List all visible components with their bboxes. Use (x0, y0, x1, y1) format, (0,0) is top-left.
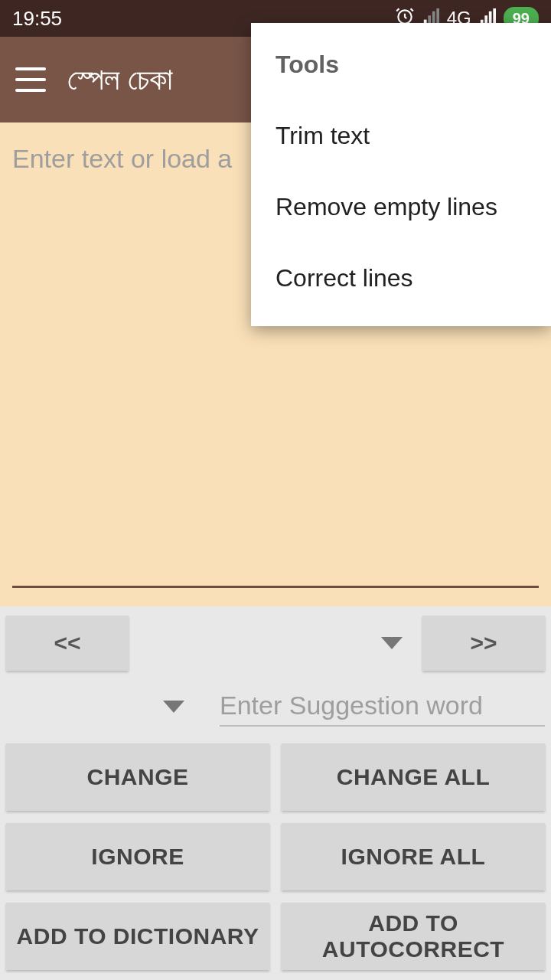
suggestion-row (6, 686, 545, 727)
prev-button[interactable]: << (6, 616, 129, 671)
dropdown-caret-icon[interactable] (381, 637, 403, 649)
change-all-button[interactable]: CHANGE ALL (282, 743, 545, 811)
controls-panel: << >> CHANGE CHANGE ALL IGNORE IGNORE AL… (0, 606, 551, 976)
ignore-all-button[interactable]: IGNORE ALL (282, 823, 545, 890)
action-buttons: CHANGE CHANGE ALL IGNORE IGNORE ALL ADD … (6, 743, 545, 970)
app-title: স্পেল চেকা (67, 62, 173, 97)
menu-item-trim-text[interactable]: Trim text (251, 100, 551, 172)
suggestion-input[interactable] (220, 686, 545, 727)
next-button[interactable]: >> (422, 616, 545, 671)
ignore-button[interactable]: IGNORE (6, 823, 269, 890)
tools-menu: Tools Trim text Remove empty lines Corre… (251, 23, 551, 326)
suggestion-dropdown-icon[interactable] (163, 701, 184, 713)
hamburger-icon[interactable] (15, 67, 46, 92)
change-button[interactable]: CHANGE (6, 743, 269, 811)
tools-menu-header: Tools (251, 41, 551, 100)
status-time: 19:55 (12, 7, 62, 31)
menu-item-remove-empty-lines[interactable]: Remove empty lines (251, 172, 551, 243)
nav-row: << >> (6, 616, 545, 671)
add-to-autocorrect-button[interactable]: ADD TO AUTOCORRECT (282, 903, 545, 970)
add-to-dictionary-button[interactable]: ADD TO DICTIONARY (6, 903, 269, 970)
menu-item-correct-lines[interactable]: Correct lines (251, 243, 551, 314)
